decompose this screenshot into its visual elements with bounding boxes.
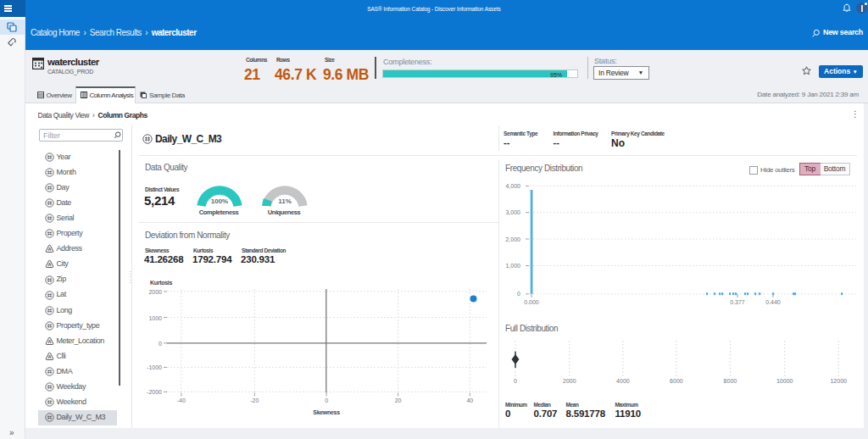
svg-text:10000: 10000 (776, 378, 793, 384)
svg-text:0: 0 (159, 341, 162, 347)
svg-text:A: A (48, 247, 52, 253)
svg-text:20: 20 (395, 397, 402, 403)
svg-text:3,000: 3,000 (505, 209, 520, 215)
svg-text:40: 40 (466, 397, 473, 403)
svg-text:0: 0 (517, 291, 520, 297)
svg-text:0.377: 0.377 (730, 299, 745, 305)
svg-text:-20: -20 (250, 397, 259, 403)
svg-text:-2000: -2000 (147, 389, 162, 395)
svg-text:6000: 6000 (670, 378, 683, 384)
svg-text:A: A (48, 339, 52, 344)
svg-text:A: A (48, 263, 52, 268)
svg-text:100%: 100% (211, 197, 228, 205)
svg-text:1,000: 1,000 (505, 263, 520, 269)
svg-text:-1000: -1000 (147, 364, 162, 370)
svg-text:11%: 11% (278, 197, 292, 205)
svg-text:2,000: 2,000 (505, 236, 520, 242)
svg-text:2000: 2000 (148, 289, 162, 295)
svg-text:Kurtosis: Kurtosis (150, 280, 172, 286)
svg-text:8000: 8000 (724, 378, 737, 384)
svg-text:0: 0 (325, 397, 328, 403)
svg-text:A: A (48, 354, 52, 359)
svg-text:0.000: 0.000 (524, 299, 539, 305)
svg-text:4000: 4000 (616, 378, 630, 384)
svg-text:0: 0 (514, 378, 517, 384)
svg-text:2000: 2000 (563, 378, 576, 384)
svg-text:1000: 1000 (148, 315, 162, 321)
svg-text:Skewness: Skewness (313, 409, 340, 415)
svg-text:12000: 12000 (830, 378, 847, 384)
svg-text:-40: -40 (177, 397, 186, 403)
svg-text:4,000: 4,000 (505, 183, 520, 189)
svg-text:0.440: 0.440 (765, 299, 781, 305)
